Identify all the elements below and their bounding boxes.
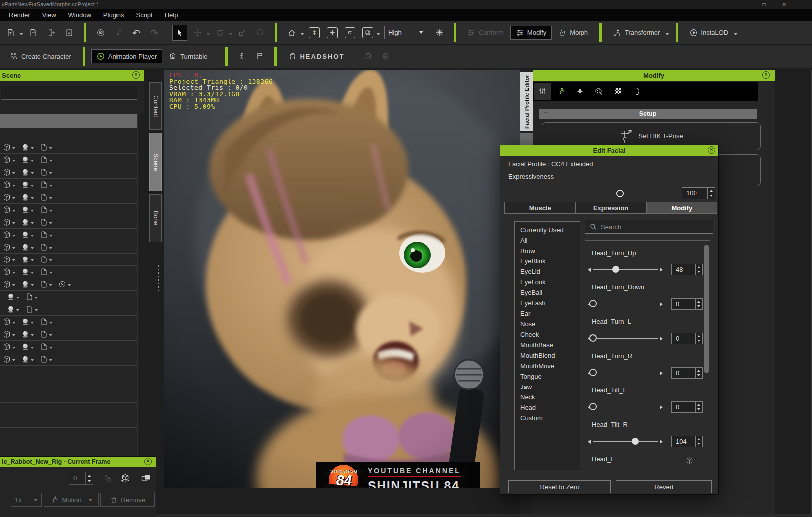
slider-inc-arrow[interactable] [660,405,665,409]
conform-button[interactable]: Conform [463,26,509,39]
scene-row[interactable] [0,154,138,166]
caret-down-icon[interactable] [49,347,52,350]
speed-dropdown[interactable]: 1x [11,493,42,507]
chevron-down-icon[interactable] [377,33,380,37]
caret-down-icon[interactable] [12,222,15,226]
category-neck[interactable]: Neck [515,392,580,402]
lock-character-icon[interactable] [101,472,113,484]
tab-texture-icon[interactable] [609,83,626,100]
caret-down-icon[interactable] [49,259,52,263]
caret-down-icon[interactable] [49,235,52,238]
scene-row[interactable] [0,141,138,154]
side-tab-bone[interactable]: Bone [149,194,162,242]
revert-button[interactable]: Revert [616,480,712,493]
category-ear[interactable]: Ear [515,308,580,319]
tab-attribute-icon[interactable] [534,83,551,100]
scene-row[interactable] [0,216,138,229]
slider-value-spinner[interactable]: 0 [671,367,703,379]
page-icon[interactable] [40,168,48,176]
layers-icon[interactable] [140,472,152,484]
tab-facial-icon[interactable] [628,83,645,100]
caret-down-icon[interactable] [12,197,15,201]
scene-row[interactable] [0,303,138,316]
caret-down-icon[interactable] [49,359,52,363]
category-jaw[interactable]: Jaw [515,382,580,392]
page-icon[interactable] [40,318,48,326]
category-head[interactable]: Head [515,402,580,413]
slider-dec-arrow[interactable] [586,268,591,272]
slider-value-spinner[interactable]: 104 [671,436,703,447]
slider-inc-arrow[interactable] [660,371,665,375]
spin-down-icon[interactable] [696,407,702,413]
caret-down-icon[interactable] [12,347,15,350]
cube-icon[interactable] [3,280,11,288]
edit-facial-close-icon[interactable]: × [708,146,715,154]
chevron-down-icon[interactable] [666,33,669,37]
scene-row[interactable] [0,291,138,303]
menu-render[interactable]: Render [3,11,36,19]
caret-down-icon[interactable] [49,147,52,151]
animation-player-button[interactable]: Animation Player [92,50,162,63]
side-tab-scene[interactable]: Scene [149,133,162,191]
fit-vertical-button[interactable]: ↕ [307,25,321,40]
scene-row[interactable] [0,341,138,353]
caret-down-icon[interactable] [49,334,52,338]
disable-icon[interactable] [58,280,66,288]
chevron-down-icon[interactable] [20,33,23,37]
spin-down-icon[interactable] [696,339,702,344]
caret-down-icon[interactable] [12,160,15,163]
cube-icon[interactable] [3,231,11,239]
facial-tab-expression[interactable]: Expression [575,202,646,214]
cube-icon[interactable] [3,218,11,226]
spin-down-icon[interactable] [696,304,702,310]
close-button[interactable]: ✕ [782,2,786,7]
page-icon[interactable] [40,231,48,239]
sphere-icon[interactable] [21,355,29,363]
turntable-button[interactable]: Turntable [164,50,212,63]
category-eyeblink[interactable]: EyeBlink [515,256,580,266]
slider-handle[interactable] [589,403,597,410]
caret-down-icon[interactable] [31,334,34,338]
cube-icon[interactable] [3,330,11,338]
sphere-icon[interactable] [21,256,29,263]
caret-down-icon[interactable] [31,185,34,188]
export-usd-button[interactable] [26,25,40,40]
page-icon[interactable] [40,330,48,338]
scene-row[interactable] [0,191,138,204]
caret-down-icon[interactable] [12,147,15,151]
cube-icon[interactable] [3,206,11,214]
category-mouthblend[interactable]: MouthBlend [515,350,580,361]
page-icon[interactable] [40,218,48,226]
cube-icon[interactable] [3,256,11,263]
tab-animation-icon[interactable] [553,83,570,100]
category-custom[interactable]: Custom [515,413,580,423]
drag-handle[interactable] [158,265,159,291]
menu-help[interactable]: Help [159,11,184,19]
select-tool-button[interactable] [173,25,187,40]
instalod-button[interactable]: InstaLOD [685,26,733,39]
page-icon[interactable] [40,143,48,151]
scene-row[interactable] [0,328,138,341]
caret-down-icon[interactable] [31,197,34,201]
home-view-button[interactable] [285,25,299,40]
scale-tool-button[interactable] [235,25,249,40]
slider-handle[interactable] [612,266,619,273]
slider-track[interactable] [593,304,658,304]
sphere-icon[interactable] [21,243,29,251]
scene-row[interactable] [0,229,138,241]
spin-down-icon[interactable] [696,442,702,447]
sphere-icon[interactable] [7,305,15,313]
scene-row-empty[interactable] [0,366,138,378]
slider-inc-arrow[interactable] [660,302,665,306]
caret-down-icon[interactable] [16,297,19,300]
drop-to-floor-button[interactable] [253,25,267,40]
expressiveness-spinner[interactable]: 100 [682,187,715,199]
caret-down-icon[interactable] [12,247,15,251]
fit-all-button[interactable]: ✚ [325,25,339,40]
scene-row[interactable] [0,166,138,179]
morph-search-input[interactable]: Search [585,220,713,234]
caret-down-icon[interactable] [31,347,34,350]
slider-track[interactable] [593,407,658,407]
caret-down-icon[interactable] [12,322,15,325]
category-mouthmove[interactable]: MouthMove [515,361,580,371]
